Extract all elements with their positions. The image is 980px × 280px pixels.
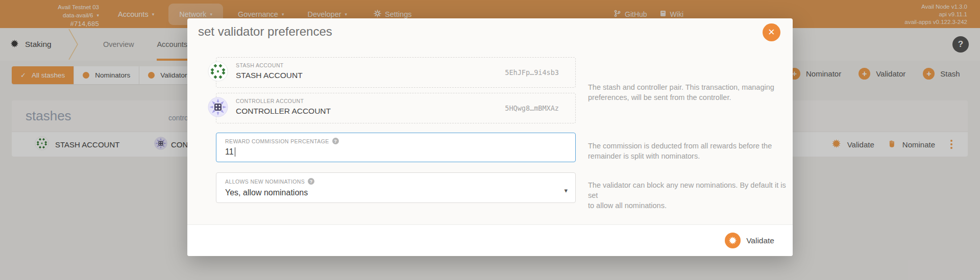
- stash-account-field: STASH ACCOUNT STASH ACCOUNT 5EhJFp…9i4sb…: [216, 57, 576, 88]
- chevron-down-icon: [564, 187, 568, 194]
- nominations-select[interactable]: ALLOWS NEW NOMINATIONS Yes, allow nomina…: [216, 172, 576, 203]
- close-icon[interactable]: [763, 23, 780, 41]
- controller-account-field: CONTROLLER ACCOUNT CONTROLLER ACCOUNT 5H…: [216, 93, 576, 123]
- question-icon: [308, 178, 314, 185]
- stash-field-label: STASH ACCOUNT: [236, 62, 575, 68]
- text-cursor: [235, 147, 236, 157]
- modal-title: set validator preferences: [198, 24, 332, 39]
- nominations-help-text: The validator can block any new nominati…: [588, 180, 796, 211]
- commission-input[interactable]: REWARD COMMISSION PERCENTAGE 11: [216, 133, 576, 162]
- question-icon: [332, 138, 339, 144]
- validate-submit-button[interactable]: Validate: [725, 233, 774, 248]
- commission-help-text: The commission is deducted from all rewa…: [588, 141, 796, 161]
- commission-label: REWARD COMMISSION PERCENTAGE: [225, 138, 329, 144]
- controller-account-address: 5HQwg8…mBMXAz: [505, 104, 559, 112]
- set-validator-preferences-modal: set validator preferences STASH ACCOUNT …: [187, 18, 793, 256]
- validate-label: Validate: [746, 236, 774, 245]
- nominations-value: Yes, allow nominations: [225, 188, 575, 197]
- stash-identicon: [208, 61, 228, 84]
- commission-value: 11: [225, 147, 234, 156]
- stash-account-address: 5EhJFp…9i4sb3: [505, 68, 559, 77]
- nominations-label: ALLOWS NEW NOMINATIONS: [225, 179, 305, 185]
- sun-icon: [725, 233, 741, 248]
- controller-identicon: [208, 97, 228, 119]
- controller-field-label: CONTROLLER ACCOUNT: [236, 98, 575, 104]
- modal-footer: Validate: [187, 224, 793, 256]
- accounts-help-text: The stash and controller pair. This tran…: [588, 82, 796, 103]
